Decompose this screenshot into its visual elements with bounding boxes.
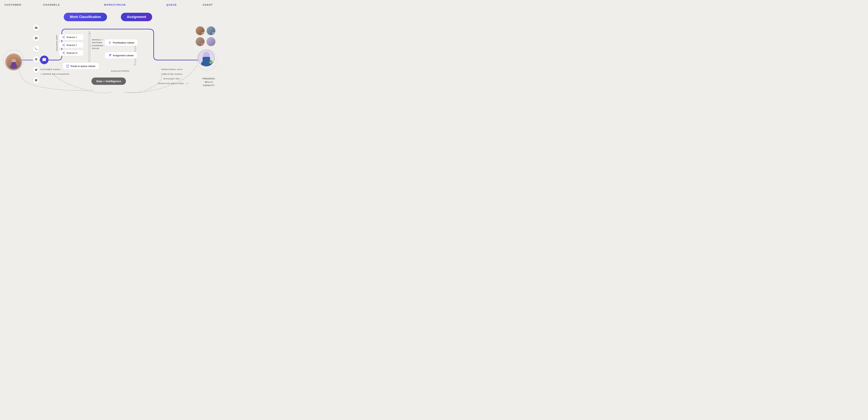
execution-order-label: ↓ Execution order [56, 35, 58, 52]
data-intelligence-pill[interactable]: Data + Intelligence [91, 78, 126, 85]
channel-icons-list [33, 24, 39, 84]
svg-point-24 [63, 53, 63, 53]
svg-line-17 [63, 37, 64, 38]
ruleset-n[interactable]: Ruleset N [59, 50, 83, 56]
svg-rect-12 [11, 62, 16, 66]
operational-data-label: ← OPERATIONAL DATA [158, 68, 183, 71]
phone-channel-icon[interactable] [33, 46, 39, 52]
header-labels: CUSTOMER CHANNELS WORKSTREAM QUEUE AGENT [0, 0, 217, 6]
chat-bubble-icon [40, 56, 49, 64]
bracket-bottom [88, 61, 91, 61]
svg-point-25 [64, 54, 65, 54]
agent-header: AGENT [203, 3, 213, 6]
ml-rules-label: MANUAL +MACHINELEARNINGRULES [92, 38, 103, 50]
svg-rect-36 [203, 57, 210, 62]
messenger-channel-icon[interactable] [33, 77, 39, 84]
svg-line-16 [63, 36, 64, 37]
agent-avatar-4 [207, 37, 216, 46]
svg-point-15 [64, 38, 65, 38]
svg-point-37 [209, 60, 213, 64]
customer-avatar [5, 54, 22, 71]
svg-point-30 [109, 54, 110, 55]
svg-point-20 [64, 46, 65, 46]
svg-line-21 [63, 44, 64, 45]
workstream-header: WORKSTREAM [104, 3, 126, 6]
agent-1-badge [202, 32, 204, 35]
bracket-top [88, 33, 91, 34]
ruleset-2[interactable]: Ruleset 2 [59, 42, 83, 48]
bracket-left [88, 33, 89, 61]
skills-label: SKILLS [203, 81, 215, 84]
agent-labels: PRESENCE SKILLS CAPACITY [203, 77, 215, 87]
assignment-pill[interactable]: Assignment [121, 13, 152, 21]
presence-label: PRESENCE [203, 77, 215, 81]
svg-point-19 [63, 45, 63, 46]
route-queue-box[interactable]: Route to queue ruleset [63, 63, 99, 69]
svg-point-23 [64, 52, 65, 52]
assignment-ruleset-box[interactable]: Assignment ruleset [105, 52, 137, 59]
svg-line-22 [63, 45, 64, 46]
capacity-label: CAPACITY [203, 84, 215, 87]
svg-point-13 [64, 36, 65, 36]
agent-avatar-1 [196, 26, 205, 35]
twitter-channel-icon[interactable] [33, 66, 39, 73]
main-agent-avatar [198, 50, 215, 66]
customer-avatar-inner [6, 54, 21, 69]
employee-signal-label: ← EMPLOYEE SIGNAL [159, 73, 183, 75]
email-channel-icon[interactable] [33, 24, 39, 31]
object-channel-icon[interactable] [33, 56, 39, 63]
agent-avatar-3 [196, 37, 205, 46]
ruleset-1[interactable]: Ruleset 1 [59, 34, 83, 40]
svg-point-18 [64, 44, 65, 45]
rulesets-container: Ruleset 1 Ruleset 2 Ruleset N [59, 34, 83, 58]
effective-employees-label: EFFECTIVE EMPLOYEES →↗ [158, 83, 188, 84]
agent-avatar-2 [207, 26, 216, 35]
agent-2-badge [213, 32, 215, 35]
channels-header: CHANNELS [43, 3, 60, 6]
agent-3-badge [202, 43, 204, 46]
queue-header: QUEUE [166, 3, 177, 6]
agent-avatars-grid [196, 26, 216, 46]
assignment-method-label: Assignment Method [111, 70, 129, 72]
svg-line-27 [63, 53, 64, 54]
customer-signal-label: CUSTOMER SIGNAL → [40, 68, 64, 71]
prioritisation-ruleset-box[interactable]: Prioritisation ruleset [105, 39, 137, 46]
work-classification-pill[interactable]: Work Classification [64, 13, 107, 21]
svg-line-26 [63, 52, 64, 53]
svg-point-14 [63, 37, 63, 37]
customer-header: CUSTOMER [4, 3, 21, 6]
sms-channel-icon[interactable] [33, 35, 39, 41]
queue-bracket-bottom [133, 65, 136, 65]
deeper-relationships-label: ↗ DEEPER RELATIONSHIPS [40, 73, 69, 75]
efficient-ops-label: EFFICIENT OPS → [164, 78, 183, 80]
